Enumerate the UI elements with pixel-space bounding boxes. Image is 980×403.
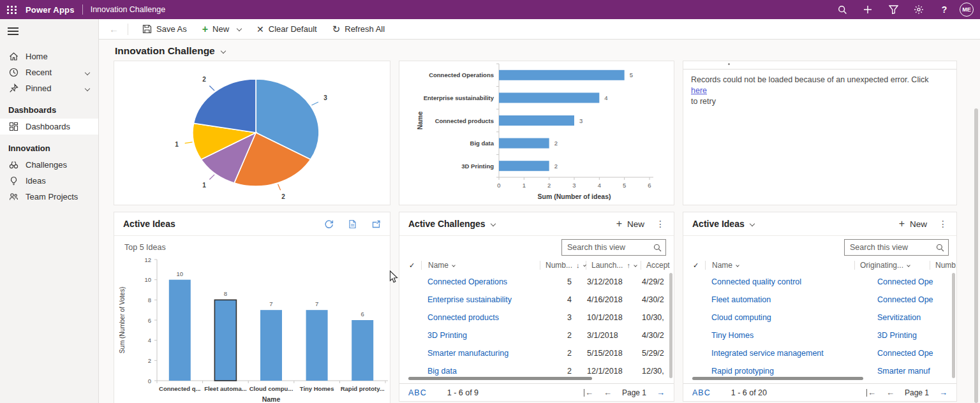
new-button[interactable]: + New	[195, 19, 249, 40]
refresh-icon[interactable]	[324, 219, 334, 229]
table-row[interactable]: Connected quality controlConnected Ope	[683, 273, 953, 291]
column-header-launch[interactable]: Launch...↑	[586, 261, 641, 270]
table-row[interactable]: Fleet automationConnected Ope	[683, 291, 953, 309]
view-records-icon[interactable]	[348, 219, 357, 229]
first-page-icon[interactable]: ←	[584, 389, 593, 397]
cell-name-link[interactable]: Enterprise sustainability	[421, 295, 549, 304]
save-as-button[interactable]: Save As	[135, 19, 195, 40]
new-button[interactable]: +New	[616, 219, 644, 229]
horizontal-bar-chart[interactable]: 0123456Connected Operations5Enterprise s…	[399, 61, 674, 205]
sidebar-item-dashboards[interactable]: Dashboards	[0, 119, 98, 135]
search-icon[interactable]	[653, 243, 662, 254]
column-header-name[interactable]: Name	[421, 261, 540, 270]
clear-default-button[interactable]: ✕ Clear Default	[249, 19, 325, 40]
new-button[interactable]: +New	[899, 219, 927, 229]
bar[interactable]	[169, 280, 191, 381]
chevron-down-icon[interactable]	[85, 85, 90, 91]
horizontal-scrollbar[interactable]	[692, 377, 863, 380]
card-title[interactable]: Active Ideas	[692, 219, 754, 229]
cell-name-link[interactable]: Cloud computing	[705, 313, 872, 322]
cell-originating-challenge[interactable]: Connected Ope	[872, 277, 953, 286]
filter-icon[interactable]	[883, 0, 903, 19]
abc-filter[interactable]: ABC	[692, 388, 711, 397]
table-row[interactable]: Connected Operations53/12/20184/29/2	[399, 273, 670, 291]
column-header-number[interactable]: Numb...↓	[540, 261, 586, 270]
vertical-bar-chart[interactable]: 02468101210Connected q...8Fleet automa..…	[114, 253, 390, 403]
sidebar-item-team-projects[interactable]: Team Projects	[0, 189, 98, 205]
column-header-originating[interactable]: Originating...	[854, 261, 930, 270]
sidebar-item-recent[interactable]: Recent	[0, 64, 98, 80]
page-scrollbar[interactable]	[974, 108, 978, 403]
table-row[interactable]: 3D Printing23/1/20184/30/2	[399, 326, 670, 344]
bar[interactable]	[499, 92, 599, 103]
next-page-icon[interactable]: →	[657, 388, 665, 397]
card-title[interactable]: Active Challenges	[408, 219, 495, 229]
horizontal-scrollbar[interactable]	[408, 377, 592, 380]
table-row[interactable]: Enterprise sustainability44/16/20184/30/…	[399, 291, 670, 309]
bar[interactable]	[499, 70, 625, 80]
cell-originating-challenge[interactable]: Connected Ope	[872, 349, 953, 358]
vertical-scrollbar[interactable]	[669, 273, 672, 378]
bar[interactable]	[306, 310, 328, 381]
column-header-name[interactable]: Name	[705, 261, 854, 270]
bar[interactable]	[352, 320, 373, 381]
first-page-icon[interactable]: ←	[866, 389, 876, 397]
bar[interactable]	[499, 138, 549, 149]
chevron-down-icon[interactable]	[85, 70, 90, 75]
cell-name-link[interactable]: Big data	[421, 367, 549, 376]
user-avatar[interactable]: ME	[960, 3, 974, 17]
cell-name-link[interactable]: Connected quality control	[705, 277, 872, 286]
sidebar-item-home[interactable]: Home	[0, 48, 98, 64]
bar[interactable]	[499, 161, 549, 171]
column-header-accept[interactable]: Accept	[641, 261, 674, 270]
hamburger-menu-icon[interactable]	[0, 19, 26, 38]
previous-page-icon[interactable]: ←	[886, 388, 895, 397]
cell-name-link[interactable]: Integrated service management	[705, 349, 872, 358]
help-icon[interactable]: ?	[934, 0, 954, 19]
cell-originating-challenge[interactable]: 3D Printing	[872, 331, 953, 340]
vertical-scrollbar[interactable]	[952, 273, 955, 378]
sidebar-item-pinned[interactable]: Pinned	[0, 80, 98, 96]
sidebar-item-ideas[interactable]: Ideas	[0, 173, 98, 189]
sidebar-item-challenges[interactable]: Challenges	[0, 157, 98, 173]
dashboard-title[interactable]: Innovation Challenge	[115, 45, 225, 57]
cell-name-link[interactable]: Fleet automation	[705, 295, 872, 304]
table-row[interactable]: Tiny Homes3D Printing	[683, 326, 953, 344]
cell-originating-challenge[interactable]: Connected Ope	[872, 295, 953, 304]
waffle-menu-icon[interactable]	[3, 0, 22, 19]
cell-name-link[interactable]: 3D Printing	[421, 331, 549, 340]
pie-chart[interactable]: 32112	[114, 61, 390, 205]
search-icon[interactable]	[832, 0, 852, 19]
table-row[interactable]: Smarter manufacturing25/15/20185/29/2	[399, 344, 670, 362]
column-header-number[interactable]: Numb..	[930, 261, 956, 270]
abc-filter[interactable]: ABC	[408, 388, 427, 397]
cell-originating-challenge[interactable]: Smarter manuf	[872, 367, 953, 376]
bar[interactable]	[260, 310, 282, 381]
cell-originating-challenge[interactable]: Servitization	[872, 313, 953, 322]
cell-name-link[interactable]: Connected products	[421, 313, 549, 322]
table-row[interactable]: Cloud computingServitization	[683, 309, 953, 326]
popout-icon[interactable]	[371, 219, 381, 229]
retry-link[interactable]: here	[691, 86, 707, 95]
cell-name-link[interactable]: Connected Operations	[421, 277, 549, 286]
search-icon[interactable]	[936, 243, 944, 254]
settings-gear-icon[interactable]	[909, 0, 929, 19]
select-all-check[interactable]: ✓	[683, 261, 705, 270]
next-page-icon[interactable]: →	[939, 388, 947, 397]
table-row[interactable]: Connected products310/1/201810/30,	[399, 309, 670, 326]
more-options-icon[interactable]: ⋮	[939, 219, 947, 229]
more-options-icon[interactable]: ⋮	[656, 219, 665, 229]
cell-name-link[interactable]: Rapid prototyping	[705, 367, 872, 376]
back-arrow-icon[interactable]: ←	[99, 24, 128, 34]
bar[interactable]	[499, 115, 574, 126]
previous-page-icon[interactable]: ←	[604, 388, 612, 397]
pie-slice[interactable]	[194, 79, 256, 133]
cell-name-link[interactable]: Smarter manufacturing	[421, 349, 549, 358]
cell-name-link[interactable]: Tiny Homes	[705, 331, 872, 340]
search-input[interactable]	[844, 239, 949, 256]
table-row[interactable]: Integrated service managementConnected O…	[683, 344, 953, 362]
select-all-check[interactable]: ✓	[399, 261, 421, 270]
add-icon[interactable]	[858, 0, 878, 19]
refresh-all-button[interactable]: ↻ Refresh All	[325, 19, 392, 40]
search-input[interactable]	[561, 239, 666, 256]
